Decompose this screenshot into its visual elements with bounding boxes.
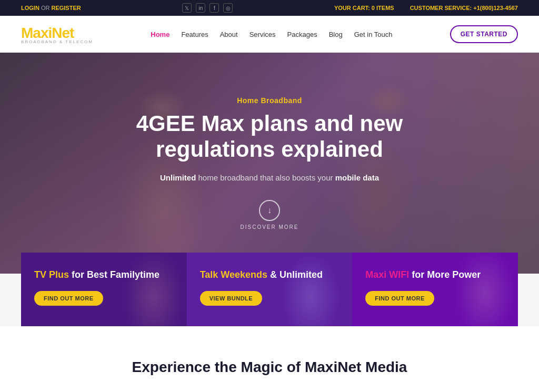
register-link[interactable]: REGISTER [51, 5, 81, 11]
feature-cards-section: TV Plus for Best Familytime FIND OUT MOR… [21, 253, 518, 326]
logo: MaxiNet BROADBAND & TELECOM [21, 25, 93, 44]
feature-card-2-title: Talk Weekends & Unlimited [200, 268, 340, 282]
nav-services[interactable]: Services [249, 31, 276, 38]
social-icons: 𝕏 in f ◎ [182, 3, 233, 13]
nav-features[interactable]: Features [181, 31, 208, 38]
or-separator: OR [41, 5, 50, 11]
cart-info: YOUR CART: 0 ITEMS [334, 5, 394, 11]
feature-card-2-button[interactable]: VIEW BUNDLE [200, 291, 263, 306]
hero-section: Home Broadband 4GEE Max plans and new re… [0, 53, 539, 274]
twitter-icon[interactable]: 𝕏 [182, 3, 192, 13]
logo-part2: Net [52, 25, 74, 41]
top-bar-right: YOUR CART: 0 ITEMS CUSTOMER SERVICE: +1(… [334, 5, 518, 11]
feature-card-1-content: TV Plus for Best Familytime FIND OUT MOR… [34, 268, 174, 306]
hero-title: 4GEE Max plans and new regulations expla… [122, 111, 417, 162]
feature-card-1-highlight: TV Plus [34, 269, 69, 280]
feature-card-tv: TV Plus for Best Familytime FIND OUT MOR… [21, 253, 187, 326]
hero-subtitle-bold: Unlimited [160, 173, 196, 182]
feature-card-3-title: Maxi WIFI for More Power [365, 268, 505, 282]
feature-card-2-content: Talk Weekends & Unlimited VIEW BUNDLE [200, 268, 340, 306]
nav-blog[interactable]: Blog [329, 31, 343, 38]
hero-subtitle: Unlimited home broadband that also boost… [122, 172, 417, 184]
feature-card-2-highlight: Talk Weekends [200, 269, 267, 280]
nav-packages[interactable]: Packages [287, 31, 317, 38]
top-bar: LOGIN OR REGISTER 𝕏 in f ◎ YOUR CART: 0 … [0, 0, 539, 16]
feature-card-1-button[interactable]: FIND OUT MORE [34, 291, 103, 306]
feature-card-3-button[interactable]: FIND OUT MORE [365, 291, 434, 306]
nav-links: Home Features About Services Packages Bl… [151, 31, 392, 38]
nav-get-in-touch[interactable]: Get in Touch [354, 31, 393, 38]
get-started-button[interactable]: GET STARTED [450, 25, 518, 43]
bottom-title: Experience the Magic of MaxiNet Media [21, 358, 518, 377]
customer-service-number: +1(800)123-4567 [473, 5, 518, 11]
feature-card-3-highlight: Maxi WIFI [365, 269, 409, 280]
navbar: MaxiNet BROADBAND & TELECOM Home Feature… [0, 16, 539, 53]
nav-about[interactable]: About [220, 31, 238, 38]
top-bar-login: LOGIN OR REGISTER [21, 5, 81, 11]
discover-more-button[interactable]: ↓ DISCOVER MORE [122, 200, 417, 230]
customer-service-info: CUSTOMER SERVICE: +1(800)123-4567 [410, 5, 518, 11]
instagram-icon[interactable]: ◎ [223, 3, 233, 13]
linkedin-icon[interactable]: in [196, 3, 205, 13]
feature-card-1-title: TV Plus for Best Familytime [34, 268, 174, 282]
logo-part1: Maxi [21, 25, 52, 41]
hero-subtitle-bold2: mobile data [335, 173, 379, 182]
feature-card-wifi: Maxi WIFI for More Power FIND OUT MORE [352, 253, 518, 326]
login-link[interactable]: LOGIN [21, 5, 39, 11]
logo-subtitle: BROADBAND & TELECOM [21, 39, 93, 44]
discover-circle-icon: ↓ [259, 200, 280, 221]
hero-subtitle-text: home broadband that also boosts your [196, 173, 335, 182]
discover-label: DISCOVER MORE [240, 224, 298, 230]
cart-count: 0 ITEMS [372, 5, 394, 11]
feature-card-3-content: Maxi WIFI for More Power FIND OUT MORE [365, 268, 505, 306]
facebook-icon[interactable]: f [209, 3, 219, 13]
hero-eyebrow: Home Broadband [122, 96, 417, 105]
nav-home[interactable]: Home [151, 31, 169, 38]
feature-card-talk: Talk Weekends & Unlimited VIEW BUNDLE [187, 253, 353, 326]
hero-content: Home Broadband 4GEE Max plans and new re… [112, 96, 427, 230]
bottom-section: Experience the Magic of MaxiNet Media [0, 326, 539, 392]
